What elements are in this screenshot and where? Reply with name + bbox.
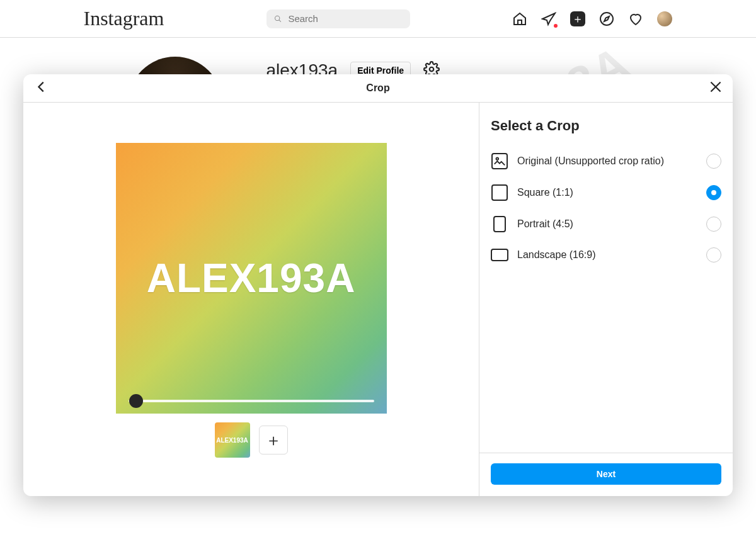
crop-option-original[interactable]: Original (Unsupported crop ratio) (491, 145, 721, 177)
add-media-button[interactable]: ＋ (259, 426, 288, 455)
landscape-ratio-icon (491, 249, 508, 261)
back-icon[interactable] (35, 80, 49, 96)
crop-preview-pane: ALEX193A ALEX193A ＋ (23, 103, 479, 496)
crop-option-label: Landscape (16:9) (517, 249, 697, 261)
crop-option-landscape[interactable]: Landscape (16:9) (491, 240, 721, 270)
thumbnail-text: ALEX193A (216, 437, 248, 444)
crop-options-pane: Select a Crop Original (Unsupported crop… (479, 103, 733, 496)
select-crop-title: Select a Crop (491, 118, 721, 134)
radio-unselected[interactable] (706, 247, 721, 263)
modal-title: Crop (366, 82, 389, 94)
image-icon (491, 153, 508, 169)
zoom-slider-track[interactable] (129, 400, 374, 402)
crop-canvas[interactable]: ALEX193A (116, 143, 387, 414)
crop-option-label: Original (Unsupported crop ratio) (517, 155, 697, 167)
svg-rect-6 (494, 155, 505, 167)
crop-modal: Crop ALEX193A ALEX193A ＋ Select a (23, 74, 733, 496)
next-button[interactable]: Next (491, 463, 721, 485)
portrait-ratio-icon (493, 216, 506, 232)
crop-image-text: ALEX193A (147, 255, 356, 302)
plus-icon: ＋ (265, 429, 282, 451)
modal-footer: Next (479, 453, 733, 496)
modal-header: Crop (23, 74, 733, 103)
crop-option-portrait[interactable]: Portrait (4:5) (491, 208, 721, 240)
radio-unselected[interactable] (706, 154, 721, 169)
zoom-slider-thumb[interactable] (129, 394, 143, 408)
crop-option-square[interactable]: Square (1:1) (491, 177, 721, 208)
close-icon[interactable] (707, 79, 724, 98)
square-ratio-icon (491, 184, 508, 201)
radio-unselected[interactable] (706, 217, 721, 232)
thumbnail-image[interactable]: ALEX193A (215, 422, 250, 458)
svg-point-7 (496, 158, 499, 161)
thumbnail-row: ALEX193A ＋ (215, 422, 288, 458)
radio-selected[interactable] (706, 185, 721, 200)
crop-option-label: Square (1:1) (517, 187, 697, 198)
crop-option-label: Portrait (4:5) (517, 218, 697, 230)
